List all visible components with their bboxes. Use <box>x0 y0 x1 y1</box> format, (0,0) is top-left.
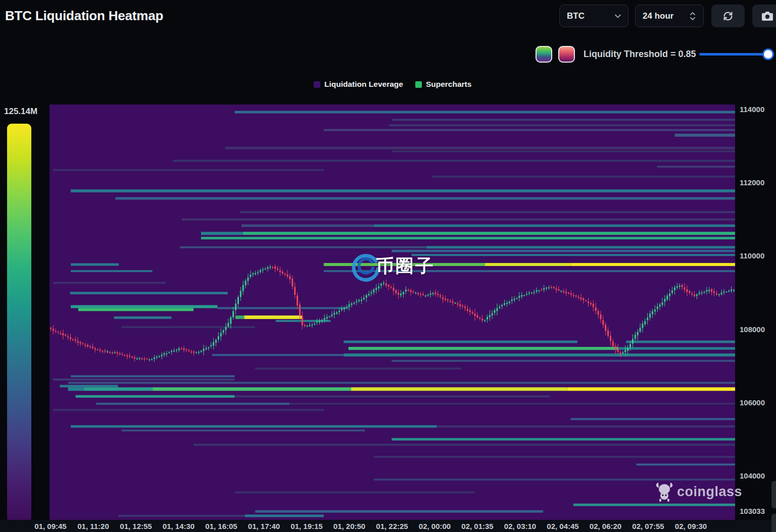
watermark: 币圈子 <box>350 250 435 282</box>
scrollbar-thumb[interactable] <box>771 514 776 532</box>
x-axis-label: 01, 12:55 <box>120 522 152 530</box>
x-axis-label: 02, 09:30 <box>675 522 707 530</box>
legend-item-supercharts[interactable]: Supercharts <box>415 80 471 89</box>
liquidation-heatmap-canvas[interactable] <box>50 104 735 520</box>
x-axis-label: 02, 04:45 <box>547 522 578 530</box>
x-axis-label: 02, 00:00 <box>419 522 451 530</box>
interval-value: 24 hour <box>643 11 673 21</box>
threshold-label-text: Liquidity Threshold = <box>584 49 676 59</box>
symbol-select[interactable]: BTC <box>559 5 628 27</box>
camera-icon <box>761 10 773 22</box>
y-axis-label: 103033 <box>740 507 765 515</box>
refresh-icon <box>722 11 734 22</box>
interval-stepper[interactable]: 24 hour <box>635 5 704 27</box>
threshold-slider-thumb[interactable] <box>762 48 774 60</box>
x-axis-label: 02, 03:10 <box>504 522 536 530</box>
y-axis-label: 110000 <box>740 251 764 260</box>
x-axis-label: 01, 16:05 <box>205 522 237 530</box>
y-axis-label: 108000 <box>740 325 765 334</box>
x-axis-label: 01, 22:25 <box>376 522 408 530</box>
legend-label: Liquidation Leverage <box>324 80 403 89</box>
x-axis-label: 01, 11:20 <box>77 522 109 530</box>
x-axis-label: 02, 01:35 <box>461 522 493 530</box>
legend: Liquidation Leverage Supercharts <box>314 80 471 89</box>
gradient-swatch-green[interactable] <box>536 46 552 63</box>
refresh-button[interactable] <box>711 5 745 27</box>
x-axis-label: 01, 20:50 <box>333 522 365 530</box>
threshold-value: 0.85 <box>678 49 696 59</box>
y-axis-label: 106000 <box>740 398 765 407</box>
x-axis-label: 01, 09:45 <box>34 522 66 530</box>
x-axis-label: 01, 17:40 <box>248 522 280 530</box>
symbol-select-value: BTC <box>567 11 585 21</box>
colorbar-max-label: 125.14M <box>4 107 37 117</box>
legend-item-liquidation-leverage[interactable]: Liquidation Leverage <box>314 80 403 89</box>
threshold-slider[interactable] <box>699 53 771 56</box>
threshold-label: Liquidity Threshold = 0.85 <box>584 49 696 60</box>
gradient-swatch-red[interactable] <box>558 46 575 63</box>
coinglass-brand: coinglass <box>655 482 742 502</box>
y-axis-label: 114000 <box>740 105 764 114</box>
watermark-text: 币圈子 <box>376 254 435 279</box>
x-axis-label: 02, 06:20 <box>590 522 621 530</box>
colorbar <box>7 124 31 522</box>
screenshot-button[interactable] <box>752 5 776 27</box>
scrollbar-thumb[interactable] <box>771 481 776 508</box>
legend-swatch-purple <box>314 81 320 88</box>
chevron-up-down-icon <box>689 11 696 21</box>
y-axis-label: 112000 <box>740 178 764 187</box>
coinglass-brand-text: coinglass <box>677 484 742 500</box>
coinglass-logo-icon <box>655 482 673 502</box>
legend-swatch-green <box>415 81 422 88</box>
page-title: BTC Liquidation Heatmap <box>5 8 163 24</box>
legend-label: Supercharts <box>426 80 471 89</box>
x-axis-label: 01, 14:30 <box>163 522 195 530</box>
x-axis-label: 01, 19:15 <box>290 522 322 530</box>
x-axis-label: 02, 07:55 <box>632 522 664 530</box>
y-axis-label: 104000 <box>740 471 765 480</box>
caret-down-icon <box>615 14 621 18</box>
